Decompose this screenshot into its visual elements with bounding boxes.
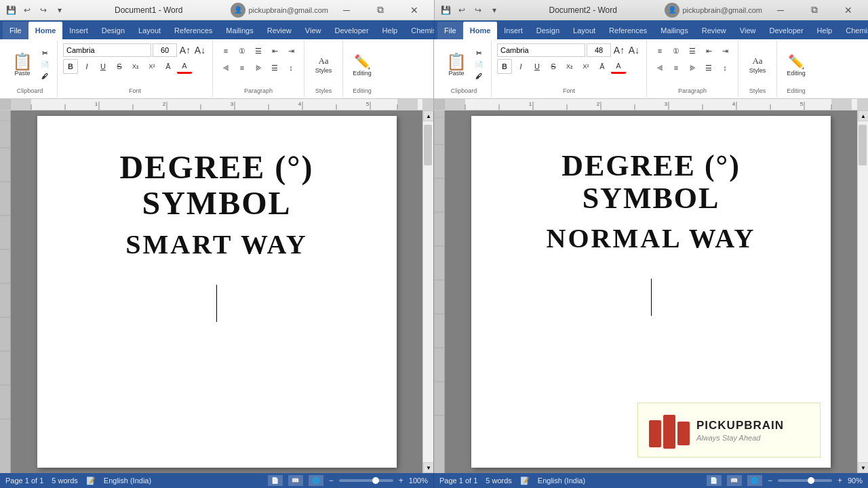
justify-btn[interactable]: ☰ bbox=[267, 60, 282, 75]
tab-references-left[interactable]: References bbox=[167, 22, 219, 39]
editing-btn-right[interactable]: ✏️ Editing bbox=[783, 52, 810, 79]
format-painter-left[interactable]: 🖌 bbox=[38, 71, 52, 81]
numbering-btn-left[interactable]: ① bbox=[235, 43, 250, 58]
subscript-btn-left[interactable]: X₂ bbox=[128, 59, 143, 74]
increase-font-right[interactable]: A↑ bbox=[612, 43, 626, 57]
tab-developer-right[interactable]: Developer bbox=[762, 22, 810, 39]
multi-level-left[interactable]: ☰ bbox=[251, 43, 266, 58]
indent-left[interactable]: ⇥ bbox=[283, 43, 298, 58]
view-mode-read-left[interactable]: 📖 bbox=[288, 475, 303, 486]
superscript-btn-left[interactable]: X² bbox=[144, 59, 159, 74]
scroll-down-btn-right[interactable]: ▼ bbox=[858, 462, 868, 473]
close-btn-right[interactable]: ✕ bbox=[833, 0, 864, 20]
left-cursor-area[interactable] bbox=[64, 281, 370, 325]
font-color-left[interactable]: A bbox=[177, 59, 192, 74]
left-page-canvas[interactable]: DEGREE (°) SYMBOL SMART WAY bbox=[11, 110, 422, 473]
zoom-in-btn-left[interactable]: + bbox=[399, 476, 403, 485]
tab-chemistry-right[interactable]: Chemistry bbox=[839, 22, 868, 39]
line-spacing-btn-left[interactable]: ↕ bbox=[283, 60, 298, 75]
save-icon[interactable]: 💾 bbox=[4, 3, 18, 17]
strikethrough-btn-right[interactable]: S bbox=[546, 59, 561, 74]
font-name-right[interactable] bbox=[497, 43, 585, 57]
format-painter-right[interactable]: 🖌 bbox=[472, 71, 486, 81]
font-size-right[interactable] bbox=[587, 43, 611, 57]
font-color-right[interactable]: A bbox=[611, 59, 626, 74]
view-mode-read-right[interactable]: 📖 bbox=[727, 475, 742, 486]
spell-check-icon-right[interactable]: 📝 bbox=[520, 476, 530, 485]
styles-btn-left[interactable]: Aa Styles bbox=[310, 54, 337, 76]
align-right-btn-right[interactable]: ⫸ bbox=[685, 60, 700, 75]
decrease-font-right[interactable]: A↓ bbox=[627, 43, 641, 57]
more-qat-icon[interactable]: ▾ bbox=[53, 3, 66, 17]
tab-review-left[interactable]: Review bbox=[260, 22, 298, 39]
scroll-up-btn-right[interactable]: ▲ bbox=[858, 110, 868, 121]
tab-insert-right[interactable]: Insert bbox=[497, 22, 530, 39]
justify-btn-right[interactable]: ☰ bbox=[701, 60, 716, 75]
left-scrollbar[interactable]: ▲ ▼ bbox=[422, 110, 433, 473]
decrease-font-left[interactable]: A↓ bbox=[193, 43, 207, 57]
tab-file-left[interactable]: File bbox=[3, 22, 28, 39]
view-mode-print-right[interactable]: 📄 bbox=[707, 475, 722, 486]
tab-home-left[interactable]: Home bbox=[28, 22, 63, 39]
indent-right[interactable]: ⇥ bbox=[717, 43, 732, 58]
save-icon-right[interactable]: 💾 bbox=[439, 3, 452, 17]
undo-icon[interactable]: ↩ bbox=[20, 3, 34, 17]
spell-check-icon-left[interactable]: 📝 bbox=[86, 476, 96, 485]
outdent-left[interactable]: ⇤ bbox=[267, 43, 282, 58]
view-mode-web-left[interactable]: 🌐 bbox=[309, 475, 323, 486]
redo-icon-right[interactable]: ↪ bbox=[471, 3, 485, 17]
tab-mailings-left[interactable]: Mailings bbox=[219, 22, 260, 39]
undo-icon-right[interactable]: ↩ bbox=[455, 3, 469, 17]
clear-format-right[interactable]: Ā bbox=[595, 59, 610, 74]
italic-btn-right[interactable]: I bbox=[513, 59, 528, 74]
tab-file-right[interactable]: File bbox=[437, 22, 463, 39]
multi-level-right[interactable]: ☰ bbox=[685, 43, 700, 58]
right-word-page[interactable]: DEGREE (°) SYMBOL NORMAL WAY bbox=[471, 116, 831, 468]
tab-mailings-right[interactable]: Mailings bbox=[654, 22, 694, 39]
cut-btn-left[interactable]: ✂ bbox=[38, 48, 52, 58]
underline-btn-right[interactable]: U bbox=[530, 59, 545, 74]
subscript-btn-right[interactable]: X₂ bbox=[562, 59, 577, 74]
scroll-up-btn-left[interactable]: ▲ bbox=[423, 110, 433, 121]
cut-btn-right[interactable]: ✂ bbox=[472, 48, 486, 58]
align-center-btn[interactable]: ≡ bbox=[235, 60, 250, 75]
tab-home-right[interactable]: Home bbox=[463, 22, 498, 39]
zoom-slider-left[interactable] bbox=[339, 479, 393, 482]
restore-btn-left[interactable]: ⧉ bbox=[365, 0, 396, 20]
bold-btn-right[interactable]: B bbox=[497, 59, 512, 74]
align-right-btn[interactable]: ⫸ bbox=[251, 60, 266, 75]
align-center-btn-right[interactable]: ≡ bbox=[669, 60, 684, 75]
scroll-down-btn-left[interactable]: ▼ bbox=[423, 462, 433, 473]
tab-help-left[interactable]: Help bbox=[376, 22, 405, 39]
scroll-track-right[interactable] bbox=[858, 121, 868, 462]
minimize-btn-left[interactable]: ─ bbox=[331, 0, 362, 20]
redo-icon[interactable]: ↪ bbox=[37, 3, 50, 17]
scroll-track-left[interactable] bbox=[423, 121, 433, 462]
tab-help-right[interactable]: Help bbox=[810, 22, 840, 39]
tab-view-left[interactable]: View bbox=[298, 22, 328, 39]
copy-btn-right[interactable]: 📄 bbox=[472, 60, 486, 70]
view-mode-print-left[interactable]: 📄 bbox=[268, 475, 283, 486]
right-cursor-area[interactable] bbox=[498, 275, 804, 319]
tab-layout-left[interactable]: Layout bbox=[132, 22, 167, 39]
font-name-left[interactable] bbox=[63, 43, 151, 57]
tab-view-right[interactable]: View bbox=[733, 22, 763, 39]
numbering-btn-right[interactable]: ① bbox=[669, 43, 684, 58]
right-page-canvas[interactable]: DEGREE (°) SYMBOL NORMAL WAY bbox=[445, 110, 857, 473]
clear-format-left[interactable]: Ā bbox=[161, 59, 176, 74]
line-spacing-btn-right[interactable]: ↕ bbox=[717, 60, 732, 75]
zoom-slider-right[interactable] bbox=[778, 479, 832, 482]
tab-developer-left[interactable]: Developer bbox=[328, 22, 375, 39]
minimize-btn-right[interactable]: ─ bbox=[765, 0, 796, 20]
tab-references-right[interactable]: References bbox=[602, 22, 654, 39]
increase-font-left[interactable]: A↑ bbox=[178, 43, 192, 57]
zoom-out-btn-right[interactable]: − bbox=[768, 476, 772, 485]
zoom-out-btn-left[interactable]: − bbox=[329, 476, 334, 485]
styles-btn-right[interactable]: Aa Styles bbox=[744, 54, 771, 76]
zoom-in-btn-right[interactable]: + bbox=[837, 476, 842, 485]
view-mode-web-right[interactable]: 🌐 bbox=[747, 475, 762, 486]
right-scrollbar[interactable]: ▲ ▼ bbox=[857, 110, 868, 473]
scroll-thumb-right[interactable] bbox=[859, 125, 867, 165]
tab-design-left[interactable]: Design bbox=[95, 22, 132, 39]
paste-btn-right[interactable]: 📋 Paste bbox=[442, 52, 471, 79]
